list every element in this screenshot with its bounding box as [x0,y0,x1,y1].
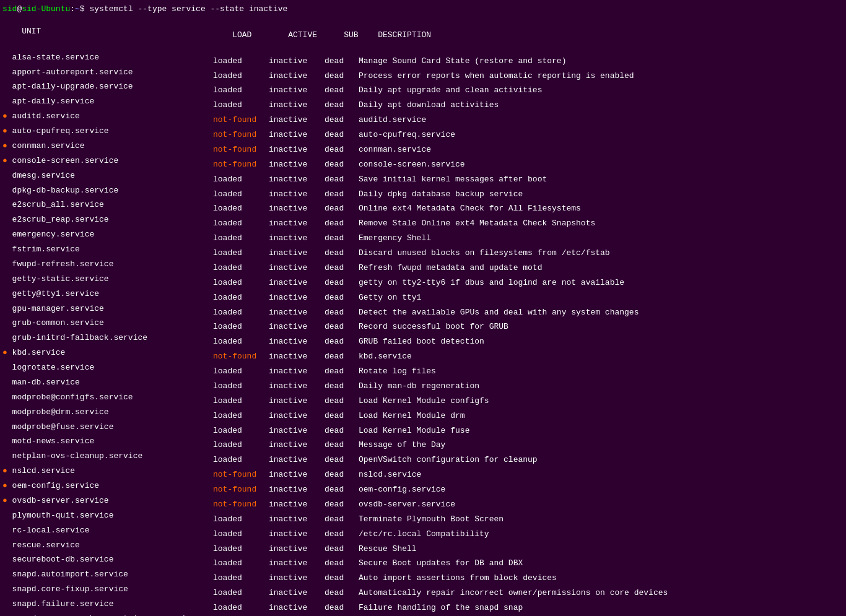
service-desc: Secure Boot updates for DB and DBX [359,558,523,569]
service-desc: kbd.service [359,351,412,362]
service-active: inactive [269,129,325,141]
prompt-user: sid [2,4,17,14]
service-sub: dead [325,144,359,155]
unit-name: oem-config.service [12,481,99,490]
table-row: e2scrub_all.serviceloadedinactivedeadOnl… [2,199,844,214]
unit-name: fwupd-refresh.service [12,259,114,269]
service-unit: getty-static.service [2,274,213,285]
table-row: netplan-ovs-cleanup.serviceloadedinactiv… [2,451,844,466]
unit-name: nslcd.service [12,466,75,475]
terminal: sid@sid-Ubuntu:~$ systemctl --type servi… [0,2,846,616]
service-active: inactive [269,484,325,495]
service-active: inactive [269,351,325,362]
service-active: inactive [269,544,325,555]
table-row: ● connman.servicenot-foundinactivedeadco… [2,141,844,155]
service-active: inactive [269,588,325,599]
service-active: inactive [269,233,325,244]
unit-name: alsa-state.service [12,53,99,62]
service-unit: rescue.service [2,540,213,551]
service-unit: ● console-screen.service [2,155,213,167]
table-row: fwupd-refresh.serviceloadedinactivedeadR… [2,259,844,274]
service-sub: dead [325,203,359,214]
service-unit: ● auto-cpufreq.service [2,126,213,137]
unit-name: kbd.service [12,348,66,357]
service-active: inactive [269,514,325,525]
service-active: inactive [269,189,325,200]
service-desc: Detect the available GPUs and deal with … [359,307,639,318]
service-list: alsa-state.serviceloadedinactivedeadMana… [2,52,844,616]
unit-name: netplan-ovs-cleanup.service [12,451,143,461]
service-unit: apt-daily-upgrade.service [2,81,213,92]
service-desc: Daily dpkg database backup service [359,189,523,200]
service-sub: dead [325,454,359,466]
service-unit: apt-daily.service [2,96,213,107]
service-desc: connman.service [359,144,431,155]
service-unit: dmesg.service [2,170,213,181]
service-sub: dead [325,129,359,141]
service-load: not-found [213,351,269,362]
unit-name: snapd.core-fixup.service [12,584,128,594]
table-row: ● oem-config.servicenot-foundinactivedea… [2,480,844,495]
service-sub: dead [325,174,359,185]
service-unit: logrotate.service [2,362,213,373]
service-desc: console-screen.service [359,159,465,170]
service-unit: secureboot-db.service [2,554,213,565]
table-row: ● auto-cpufreq.servicenot-foundinactived… [2,126,844,141]
status-dot-empty [2,333,12,342]
unit-name: dmesg.service [12,171,75,180]
service-desc: Remove Stale Online ext4 Metadata Check … [359,218,595,229]
service-unit: snapd.autoimport.service [2,569,213,580]
service-sub: dead [325,277,359,288]
service-load: loaded [213,514,269,525]
service-desc: GRUB failed boot detection [359,336,484,347]
service-unit: ● auditd.service [2,111,213,122]
service-active: inactive [269,381,325,392]
service-sub: dead [325,115,359,126]
header-sub: SUB [344,30,378,41]
service-load: loaded [213,454,269,466]
service-sub: dead [325,233,359,244]
unit-name: getty@tty1.service [12,289,99,298]
service-desc: auditd.service [359,115,426,126]
unit-name: e2scrub_reap.service [12,215,109,224]
status-dot-empty [2,186,12,195]
service-desc: Automatically repair incorrect owner/per… [359,588,668,599]
status-dot-empty [2,200,12,209]
service-desc: ovsdb-server.service [359,499,455,510]
unit-name: apt-daily-upgrade.service [12,82,133,91]
service-unit: ● connman.service [2,141,213,152]
table-row: apport-autoreport.serviceloadedinactived… [2,67,844,82]
status-dot: ● [2,126,12,136]
service-load: not-found [213,129,269,141]
service-load: loaded [213,425,269,436]
table-row: ● nslcd.servicenot-foundinactivedeadnslc… [2,466,844,480]
status-dot-empty [2,215,12,224]
service-unit: emergency.service [2,229,213,240]
service-unit: ● kbd.service [2,347,213,358]
service-desc: Load Kernel Module drm [359,410,465,422]
status-dot-empty [2,570,12,579]
unit-name: gpu-manager.service [12,304,104,313]
service-sub: dead [325,85,359,96]
table-row: getty-static.serviceloadedinactivedeadge… [2,274,844,288]
service-active: inactive [269,262,325,274]
service-sub: dead [325,529,359,540]
service-unit: modprobe@drm.service [2,407,213,418]
unit-name: grub-common.service [12,318,104,328]
service-sub: dead [325,440,359,451]
unit-name: secureboot-db.service [12,555,114,564]
prompt-line: sid@sid-Ubuntu:~$ systemctl --type servi… [2,4,844,15]
unit-name: modprobe@drm.service [12,407,109,417]
unit-name: emergency.service [12,230,95,239]
service-load: loaded [213,262,269,274]
service-sub: dead [325,381,359,392]
prompt-colon: : [70,4,75,14]
service-load: loaded [213,85,269,96]
service-desc: Daily man-db regeneration [359,381,479,392]
unit-name: e2scrub_all.service [12,200,104,209]
status-dot: ● [2,496,12,505]
prompt-host: sid-Ubuntu [22,4,70,14]
table-row: snapd.recovery-chooser-trigger.servicelo… [2,614,844,616]
table-header: UNITLOADACTIVESUBDESCRIPTION [2,15,844,52]
service-unit: fwupd-refresh.service [2,259,213,270]
